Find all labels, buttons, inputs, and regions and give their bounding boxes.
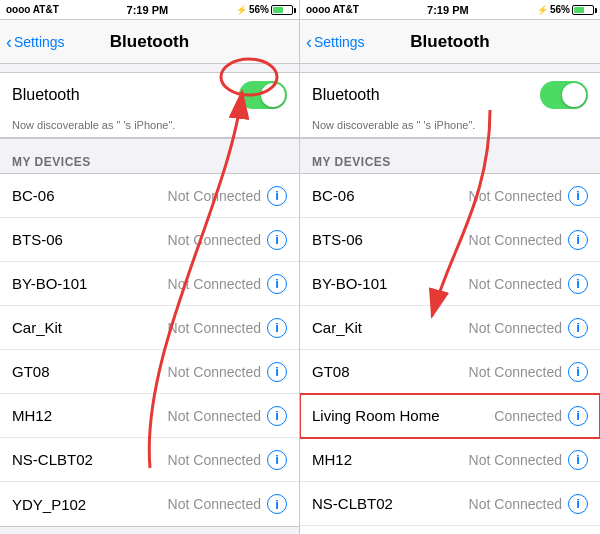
device-status: Not Connected — [469, 188, 562, 204]
discoverable-text: Now discoverable as " 's iPhone". — [300, 117, 600, 138]
device-info-button[interactable]: i — [568, 186, 588, 206]
chevron-left-icon: ‹ — [306, 33, 312, 51]
nav-title: Bluetooth — [410, 32, 489, 52]
device-info-button[interactable]: i — [267, 186, 287, 206]
nav-back-button[interactable]: ‹Settings — [6, 33, 65, 51]
device-status: Not Connected — [168, 408, 261, 424]
device-row[interactable]: YDY_P102Not Connectedi — [300, 526, 600, 534]
my-devices-list: BC-06Not ConnectediBTS-06Not ConnectediB… — [300, 173, 600, 534]
device-name: GT08 — [312, 363, 469, 380]
device-row[interactable]: BC-06Not Connectedi — [0, 174, 299, 218]
device-info-button[interactable]: i — [267, 450, 287, 470]
device-row[interactable]: BC-06Not Connectedi — [300, 174, 600, 218]
device-status: Connected — [494, 408, 562, 424]
device-status: Not Connected — [469, 232, 562, 248]
bluetooth-toggle-section: BluetoothNow discoverable as " 's iPhone… — [0, 72, 299, 139]
device-status: Not Connected — [168, 188, 261, 204]
device-info-button[interactable]: i — [267, 406, 287, 426]
device-row[interactable]: MH12Not Connectedi — [300, 438, 600, 482]
battery-percent: 56% — [249, 4, 269, 15]
panels-wrapper: oooo AT&T7:19 PM⚡56%‹SettingsBluetoothBl… — [0, 0, 600, 534]
device-row[interactable]: BY-BO-101Not Connectedi — [0, 262, 299, 306]
device-info-button[interactable]: i — [568, 406, 588, 426]
device-name: BY-BO-101 — [12, 275, 168, 292]
toggle-knob — [562, 83, 586, 107]
other-devices-header: OTHER DEVICES ⚙ — [0, 527, 299, 534]
battery-fill — [273, 7, 283, 13]
device-status: Not Connected — [168, 276, 261, 292]
device-row[interactable]: Car_KitNot Connectedi — [300, 306, 600, 350]
device-status: Not Connected — [469, 364, 562, 380]
bluetooth-toggle[interactable] — [239, 81, 287, 109]
panels-container: oooo AT&T7:19 PM⚡56%‹SettingsBluetoothBl… — [0, 0, 600, 534]
device-status: Not Connected — [168, 320, 261, 336]
status-bar: oooo AT&T7:19 PM⚡56% — [300, 0, 600, 20]
device-name: BY-BO-101 — [312, 275, 469, 292]
device-row[interactable]: GT08Not Connectedi — [300, 350, 600, 394]
device-row[interactable]: MH12Not Connectedi — [0, 394, 299, 438]
status-time: 7:19 PM — [427, 4, 469, 16]
device-status: Not Connected — [168, 232, 261, 248]
device-info-button[interactable]: i — [267, 362, 287, 382]
device-name: GT08 — [12, 363, 168, 380]
discoverable-text: Now discoverable as " 's iPhone". — [0, 117, 299, 138]
battery-fill — [574, 7, 584, 13]
device-row[interactable]: Car_KitNot Connectedi — [0, 306, 299, 350]
device-info-button[interactable]: i — [267, 494, 287, 514]
device-row[interactable]: Living Room HomeConnectedi — [300, 394, 600, 438]
device-name: Car_Kit — [312, 319, 469, 336]
device-name: Car_Kit — [12, 319, 168, 336]
device-info-button[interactable]: i — [267, 230, 287, 250]
device-row[interactable]: YDY_P102Not Connectedi — [0, 482, 299, 526]
device-status: Not Connected — [469, 452, 562, 468]
device-info-button[interactable]: i — [568, 318, 588, 338]
device-row[interactable]: NS-CLBT02Not Connectedi — [300, 482, 600, 526]
bluetooth-toggle[interactable] — [540, 81, 588, 109]
device-row[interactable]: BY-BO-101Not Connectedi — [300, 262, 600, 306]
device-name: BC-06 — [312, 187, 469, 204]
device-row[interactable]: BTS-06Not Connectedi — [300, 218, 600, 262]
device-status: Not Connected — [168, 364, 261, 380]
nav-back-label: Settings — [314, 34, 365, 50]
nav-title: Bluetooth — [110, 32, 189, 52]
device-status: Not Connected — [469, 276, 562, 292]
bluetooth-toggle-row: Bluetooth — [300, 73, 600, 117]
status-left: oooo AT&T — [6, 4, 59, 15]
bluetooth-toggle-section: BluetoothNow discoverable as " 's iPhone… — [300, 72, 600, 139]
device-name: NS-CLBT02 — [312, 495, 469, 512]
device-info-button[interactable]: i — [568, 274, 588, 294]
status-right: ⚡56% — [537, 4, 594, 15]
device-info-button[interactable]: i — [568, 494, 588, 514]
device-row[interactable]: BTS-06Not Connectedi — [0, 218, 299, 262]
nav-bar: ‹SettingsBluetooth — [300, 20, 600, 64]
device-info-button[interactable]: i — [267, 318, 287, 338]
bluetooth-status-icon: ⚡ — [236, 5, 247, 15]
device-row[interactable]: NS-CLBT02Not Connectedi — [0, 438, 299, 482]
device-row[interactable]: GT08Not Connectedi — [0, 350, 299, 394]
device-info-button[interactable]: i — [568, 450, 588, 470]
device-info-button[interactable]: i — [568, 362, 588, 382]
device-name: MH12 — [312, 451, 469, 468]
my-devices-list: BC-06Not ConnectediBTS-06Not ConnectediB… — [0, 173, 299, 527]
device-status: Not Connected — [168, 496, 261, 512]
bluetooth-status-icon: ⚡ — [537, 5, 548, 15]
my-devices-header: MY DEVICES — [0, 139, 299, 173]
device-name: BTS-06 — [12, 231, 168, 248]
status-bar: oooo AT&T7:19 PM⚡56% — [0, 0, 299, 20]
status-right: ⚡56% — [236, 4, 293, 15]
bluetooth-label: Bluetooth — [12, 86, 80, 104]
device-info-button[interactable]: i — [568, 230, 588, 250]
status-time: 7:19 PM — [127, 4, 169, 16]
nav-back-label: Settings — [14, 34, 65, 50]
chevron-left-icon: ‹ — [6, 33, 12, 51]
toggle-knob — [261, 83, 285, 107]
device-name: YDY_P102 — [12, 496, 168, 513]
status-left: oooo AT&T — [306, 4, 359, 15]
device-info-button[interactable]: i — [267, 274, 287, 294]
bluetooth-toggle-row: Bluetooth — [0, 73, 299, 117]
device-name: MH12 — [12, 407, 168, 424]
nav-back-button[interactable]: ‹Settings — [306, 33, 365, 51]
scroll-content: BluetoothNow discoverable as " 's iPhone… — [300, 64, 600, 534]
device-status: Not Connected — [469, 496, 562, 512]
battery-icon — [572, 5, 594, 15]
